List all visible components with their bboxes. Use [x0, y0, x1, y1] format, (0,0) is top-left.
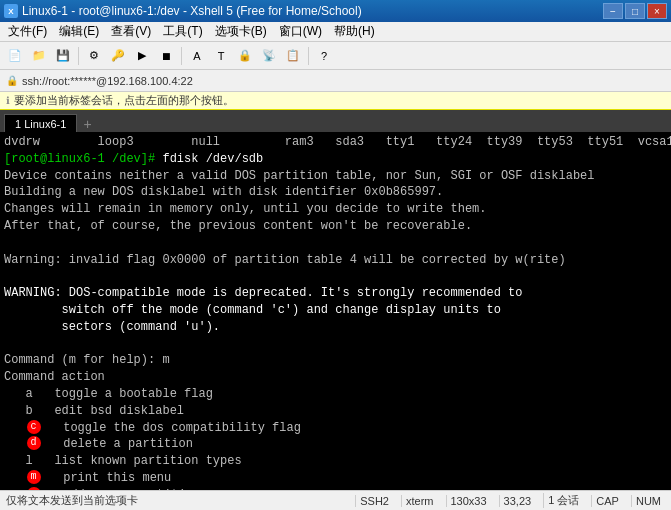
menu-tabs[interactable]: 选项卡(B) — [209, 21, 273, 42]
terminal-line: l list known partition types — [4, 453, 667, 470]
terminal-line — [4, 268, 667, 285]
toolbar-btn-1[interactable]: 📄 — [4, 45, 26, 67]
status-size: 130x33 — [446, 495, 491, 507]
window-title: Linux6-1 - root@linux6-1:/dev - Xshell 5… — [22, 4, 362, 18]
toolbar-btn-4[interactable]: ⚙ — [83, 45, 105, 67]
toolbar-btn-3[interactable]: 💾 — [52, 45, 74, 67]
toolbar-btn-7[interactable]: ⏹ — [155, 45, 177, 67]
terminal-line: [root@linux6-1 /dev]# fdisk /dev/sdb — [4, 151, 667, 168]
terminal-line: sectors (command 'u'). — [4, 319, 667, 336]
menu-edit[interactable]: 编辑(E) — [53, 21, 105, 42]
address-text: ssh://root:******@192.168.100.4:22 — [22, 75, 193, 87]
status-position: 33,23 — [499, 495, 536, 507]
toolbar: 📄 📁 💾 ⚙ 🔑 ▶ ⏹ A T 🔒 📡 📋 ? — [0, 42, 671, 70]
status-connection: SSH2 — [355, 495, 393, 507]
tab-linux6-1[interactable]: 1 Linux6-1 — [4, 114, 77, 132]
terminal-line: Building a new DOS disklabel with disk i… — [4, 184, 667, 201]
toolbar-btn-13[interactable]: ? — [313, 45, 335, 67]
menu-view[interactable]: 查看(V) — [105, 21, 157, 42]
toolbar-btn-5[interactable]: 🔑 — [107, 45, 129, 67]
terminal-line: Changes will remain in memory only, unti… — [4, 201, 667, 218]
notice-bar: ℹ 要添加当前标签会话，点击左面的那个按钮。 — [0, 92, 671, 110]
menu-file[interactable]: 文件(F) — [2, 21, 53, 42]
status-send-text: 仅将文本发送到当前选项卡 — [6, 493, 138, 508]
terminal-line: WARNING: DOS-compatible mode is deprecat… — [4, 285, 667, 302]
terminal-line: Command (m for help): m — [4, 352, 667, 369]
close-button[interactable]: × — [647, 3, 667, 19]
menu-tools[interactable]: 工具(T) — [157, 21, 208, 42]
notice-text: 要添加当前标签会话，点击左面的那个按钮。 — [14, 93, 234, 108]
terminal-line — [4, 235, 667, 252]
tab-label: 1 Linux6-1 — [15, 118, 66, 130]
terminal-line: d delete a partition — [4, 436, 667, 453]
terminal-line: Command action — [4, 369, 667, 386]
status-caps: CAP — [591, 495, 623, 507]
toolbar-btn-2[interactable]: 📁 — [28, 45, 50, 67]
toolbar-btn-9[interactable]: T — [210, 45, 232, 67]
add-tab-button[interactable]: + — [77, 116, 97, 132]
address-bar: 🔒 ssh://root:******@192.168.100.4:22 — [0, 70, 671, 92]
app-icon: X — [4, 4, 18, 18]
maximize-button[interactable]: □ — [625, 3, 645, 19]
status-term: xterm — [401, 495, 438, 507]
status-num: NUM — [631, 495, 665, 507]
menu-window[interactable]: 窗口(W) — [273, 21, 328, 42]
toolbar-btn-6[interactable]: ▶ — [131, 45, 153, 67]
terminal-line: a toggle a bootable flag — [4, 386, 667, 403]
terminal-line: switch off the mode (command 'c') and ch… — [4, 302, 667, 319]
terminal[interactable]: dvdrw loop3 null ram3 sda3 tty1 tty24 tt… — [0, 132, 671, 490]
toolbar-btn-8[interactable]: A — [186, 45, 208, 67]
status-bar: 仅将文本发送到当前选项卡 SSH2 xterm 130x33 33,23 1 会… — [0, 490, 671, 510]
terminal-line: b edit bsd disklabel — [4, 403, 667, 420]
terminal-line: m print this menu — [4, 470, 667, 487]
terminal-line: dvdrw loop3 null ram3 sda3 tty1 tty24 tt… — [4, 134, 667, 151]
title-bar: X Linux6-1 - root@linux6-1:/dev - Xshell… — [0, 0, 671, 22]
terminal-line: Device contains neither a valid DOS part… — [4, 168, 667, 185]
tabs-bar: 1 Linux6-1 + — [0, 110, 671, 132]
terminal-line: After that, of course, the previous cont… — [4, 218, 667, 235]
status-sessions: 1 会话 — [543, 493, 583, 508]
toolbar-btn-10[interactable]: 🔒 — [234, 45, 256, 67]
terminal-line — [4, 336, 667, 353]
notice-icon: ℹ — [6, 95, 10, 106]
toolbar-btn-11[interactable]: 📡 — [258, 45, 280, 67]
toolbar-sep-1 — [78, 47, 79, 65]
menu-help[interactable]: 帮助(H) — [328, 21, 381, 42]
menu-bar: 文件(F) 编辑(E) 查看(V) 工具(T) 选项卡(B) 窗口(W) 帮助(… — [0, 22, 671, 42]
toolbar-sep-2 — [181, 47, 182, 65]
minimize-button[interactable]: − — [603, 3, 623, 19]
terminal-line: Warning: invalid flag 0x0000 of partitio… — [4, 252, 667, 269]
address-icon: 🔒 — [6, 75, 18, 86]
toolbar-sep-3 — [308, 47, 309, 65]
terminal-line: c toggle the dos compatibility flag — [4, 420, 667, 437]
toolbar-btn-12[interactable]: 📋 — [282, 45, 304, 67]
